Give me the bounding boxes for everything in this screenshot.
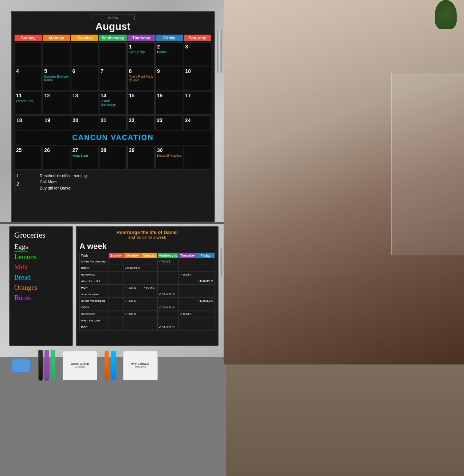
task-5-fri: [196, 285, 215, 291]
cal-cell-20: 20: [71, 116, 98, 130]
task-1-mon: [123, 258, 142, 265]
task-2-sun: [109, 265, 123, 272]
next-month-dates: 1 2: [16, 173, 38, 191]
task-9-sun: [109, 311, 123, 317]
task-10-wed: [158, 317, 179, 324]
grocery-eggs: Eggs: [14, 243, 68, 251]
task-10-thu: [179, 317, 196, 324]
task-10-tue: [142, 317, 158, 324]
task-2-thu: [179, 265, 196, 272]
vacation-text: CANCUN VACATION: [15, 130, 211, 145]
task-5-thu: [179, 285, 196, 291]
task-5-sun: [109, 285, 123, 291]
person-area: [224, 0, 464, 364]
date-1: 1: [129, 44, 153, 50]
day-tuesday: Tuesday: [71, 35, 98, 41]
weekly-row-6: wipe the table ✓DANIEL'S: [80, 291, 215, 298]
eraser: [11, 359, 31, 372]
grocery-eggs-text: Eggs: [14, 243, 28, 251]
task-1-fri: [196, 258, 215, 265]
notes-label: notes: [91, 15, 135, 20]
task-11-wed: ✓DANIEL'S: [158, 324, 179, 331]
weekly-row-3: Homework ✓TOM'S: [80, 272, 215, 278]
note-item-1: Reschedule office meeting: [40, 173, 209, 179]
cal-cell-24: 24: [184, 116, 211, 130]
door-frame: [391, 73, 464, 255]
cal-cell-1: 1 Eye Dr @p.: [127, 42, 155, 66]
wb-label-text-1: WHITE BOARD: [71, 363, 89, 365]
weekly-row-9: Homework ✓TOM'S ✓TOM'S: [80, 311, 215, 317]
cal-cell-9: 9: [156, 67, 183, 90]
date-17: 17: [185, 93, 210, 98]
day-saturday: Saturday: [184, 35, 211, 41]
task-11-name: MOP: [80, 324, 109, 331]
task-9-mon: ✓TOM'S: [123, 311, 142, 317]
task-4-mon: [123, 278, 142, 285]
task-6-name: wipe the table: [80, 291, 109, 298]
task-4-tue: [142, 278, 158, 285]
date-10: 10: [185, 68, 210, 74]
day-thursday: Thursday: [127, 35, 155, 41]
fridge-handle-top: [217, 29, 222, 73]
task-11-sun: [109, 324, 123, 331]
task-4-sun: [109, 278, 123, 285]
cal-cell-29: 29: [127, 146, 155, 169]
task-3-tue: [142, 272, 158, 278]
task-7-name: Do the Washing up: [80, 298, 109, 304]
cal-cell-26: 26: [43, 146, 70, 169]
grocery-bread: Bread: [14, 273, 68, 281]
cal-cell-empty-3: [71, 42, 98, 66]
task-8-name: COOK: [80, 304, 109, 311]
marker-green: [51, 350, 55, 381]
cal-cell-14: 14 3 Year Annivesay: [99, 91, 126, 115]
cal-cell-23: 23: [156, 116, 183, 130]
task-11-fri: [196, 324, 215, 331]
marker-blue: [111, 351, 116, 380]
cal-cell-empty-2: [43, 42, 70, 66]
grocery-milk: Milk: [14, 263, 68, 271]
task-5-mon: ✓TOM'S: [123, 285, 142, 291]
weekly-header-row: Task Sunday Monday Tuesday Wednesday Thu…: [80, 253, 215, 258]
task-1-sun: [109, 258, 123, 265]
cal-cell-28: 28: [99, 146, 126, 169]
task-2-mon: ✓DANIEL'S: [123, 265, 142, 272]
task-5-wed: [158, 285, 179, 291]
color-markers-group: [105, 351, 116, 380]
date-29: 29: [129, 147, 153, 153]
weekly-title: Rearrange the life of Daniel: [79, 230, 215, 235]
weekly-row-1: Do the Washing up ✓TOM'S: [80, 258, 215, 265]
grocery-lemons: Lemons: [14, 253, 68, 261]
task-10-mon: [123, 317, 142, 324]
task-6-tue: [142, 291, 158, 298]
event-27-1: Yoga 6 pm: [72, 154, 97, 157]
task-4-name: Wash the toilet: [80, 278, 109, 285]
task-5-tue: ✓TOM'S: [142, 285, 158, 291]
cal-cell-12: 12: [43, 91, 70, 115]
cal-cell-15: 15: [127, 91, 155, 115]
notes-items: Reschedule office meeting Call Mom Buy g…: [40, 173, 209, 191]
date-2: 2: [157, 44, 181, 50]
cal-cell-11: 11 Pilates 5pm: [15, 91, 42, 115]
task-7-wed: [158, 298, 179, 304]
weekly-header-fri: Friday: [196, 253, 215, 258]
next-date-2: 2: [16, 181, 38, 187]
task-8-sun: [109, 304, 123, 311]
event-5-1: Daniel's Birthday Party!: [44, 75, 68, 82]
black-markers-group: [38, 350, 55, 381]
task-4-thu: [179, 278, 196, 285]
task-5-name: MOP: [80, 285, 109, 291]
weekly-subtitle: and Tom's for a week: [79, 235, 215, 239]
date-28: 28: [101, 147, 125, 153]
weekly-header-sun: Sunday: [109, 253, 123, 258]
marker-purple: [44, 350, 49, 381]
date-4: 4: [16, 68, 40, 74]
cal-cell-4: 4: [15, 67, 42, 90]
grocery-oranges: Oranges: [14, 284, 68, 292]
whiteboard-label-1: WHITE BOARD MARKERS: [63, 351, 97, 380]
bottom-boards: Groceries Eggs Lemons Milk Bread Oranges…: [9, 226, 219, 346]
cal-cell-16: 16: [156, 91, 183, 115]
date-16: 16: [157, 93, 181, 98]
plant: [435, 0, 457, 29]
fridge-gap: [0, 222, 224, 224]
task-8-mon: [123, 304, 142, 311]
